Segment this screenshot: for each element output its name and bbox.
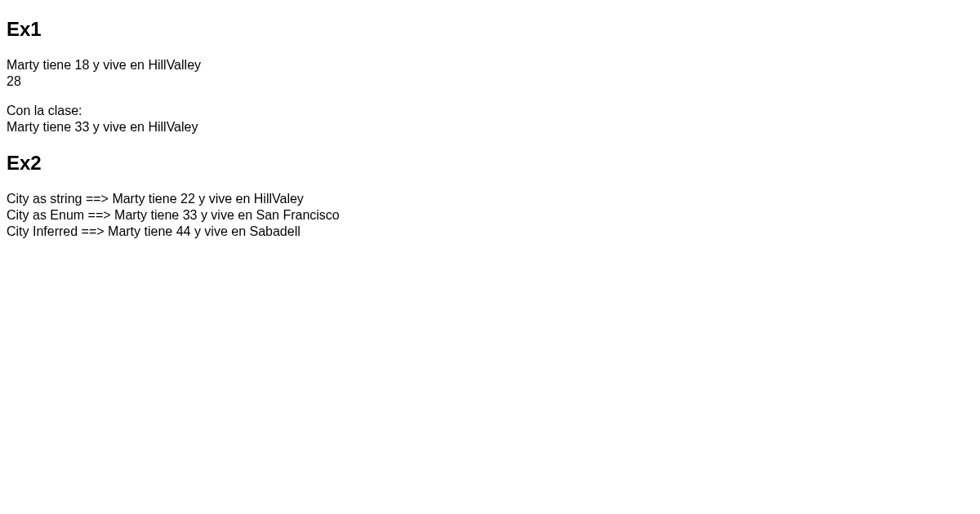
ex1-output-line4: Marty tiene 33 y vive en HillValey (7, 120, 198, 134)
ex2-output-line3: City Inferred ==> Marty tiene 44 y vive … (7, 224, 301, 238)
ex1-output-line1: Marty tiene 18 y vive en HillValley (7, 58, 201, 72)
ex2-output-line2: City as Enum ==> Marty tiene 33 y vive e… (7, 208, 340, 222)
ex1-output-block1: Marty tiene 18 y vive en HillValley 28 (7, 57, 973, 90)
ex2-output-line1: City as string ==> Marty tiene 22 y vive… (7, 192, 304, 206)
ex2-heading: Ex2 (7, 152, 973, 175)
ex2-output-block: City as string ==> Marty tiene 22 y vive… (7, 191, 973, 240)
ex1-output-block2: Con la clase: Marty tiene 33 y vive en H… (7, 103, 973, 135)
ex1-output-line3: Con la clase: (7, 104, 82, 117)
ex1-output-line2: 28 (7, 74, 21, 88)
ex1-heading: Ex1 (7, 18, 973, 41)
